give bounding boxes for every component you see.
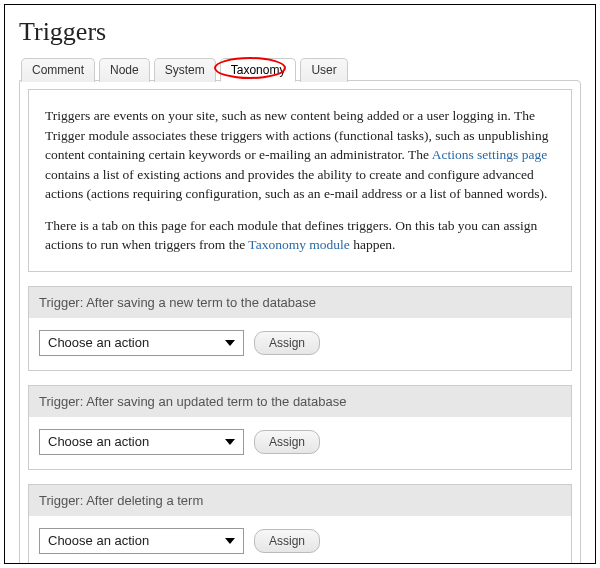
intro-text: contains a list of existing actions and … (45, 167, 547, 202)
select-placeholder: Choose an action (48, 533, 149, 548)
trigger-block-new-term: Trigger: After saving a new term to the … (28, 286, 572, 371)
intro-paragraph-2: There is a tab on this page for each mod… (45, 216, 555, 255)
action-select[interactable]: Choose an action (39, 528, 244, 554)
action-select[interactable]: Choose an action (39, 429, 244, 455)
tab-strip: Comment Node System Taxonomy User (21, 57, 581, 81)
select-placeholder: Choose an action (48, 434, 149, 449)
actions-settings-link[interactable]: Actions settings page (432, 147, 547, 162)
trigger-title: Trigger: After saving a new term to the … (29, 287, 571, 318)
tab-user[interactable]: User (300, 58, 347, 82)
trigger-block-delete-term: Trigger: After deleting a term Choose an… (28, 484, 572, 564)
intro-paragraph-1: Triggers are events on your site, such a… (45, 106, 555, 204)
action-select[interactable]: Choose an action (39, 330, 244, 356)
tab-system[interactable]: System (154, 58, 216, 82)
tab-comment[interactable]: Comment (21, 58, 95, 82)
assign-button[interactable]: Assign (254, 529, 320, 553)
tab-node[interactable]: Node (99, 58, 150, 82)
trigger-controls: Choose an action Assign (29, 417, 571, 469)
intro-text: happen. (350, 237, 396, 252)
page-container: Triggers Comment Node System Taxonomy Us… (4, 4, 596, 564)
trigger-controls: Choose an action Assign (29, 318, 571, 370)
trigger-title: Trigger: After saving an updated term to… (29, 386, 571, 417)
chevron-down-icon (225, 340, 235, 346)
intro-text-box: Triggers are events on your site, such a… (28, 89, 572, 272)
page-title: Triggers (19, 17, 581, 47)
tab-content: Triggers are events on your site, such a… (19, 80, 581, 564)
chevron-down-icon (225, 439, 235, 445)
chevron-down-icon (225, 538, 235, 544)
trigger-controls: Choose an action Assign (29, 516, 571, 564)
assign-button[interactable]: Assign (254, 331, 320, 355)
trigger-title: Trigger: After deleting a term (29, 485, 571, 516)
trigger-block-update-term: Trigger: After saving an updated term to… (28, 385, 572, 470)
tab-label: Taxonomy (231, 63, 286, 77)
taxonomy-module-link[interactable]: Taxonomy module (248, 237, 349, 252)
tab-taxonomy[interactable]: Taxonomy (220, 58, 297, 82)
select-placeholder: Choose an action (48, 335, 149, 350)
assign-button[interactable]: Assign (254, 430, 320, 454)
